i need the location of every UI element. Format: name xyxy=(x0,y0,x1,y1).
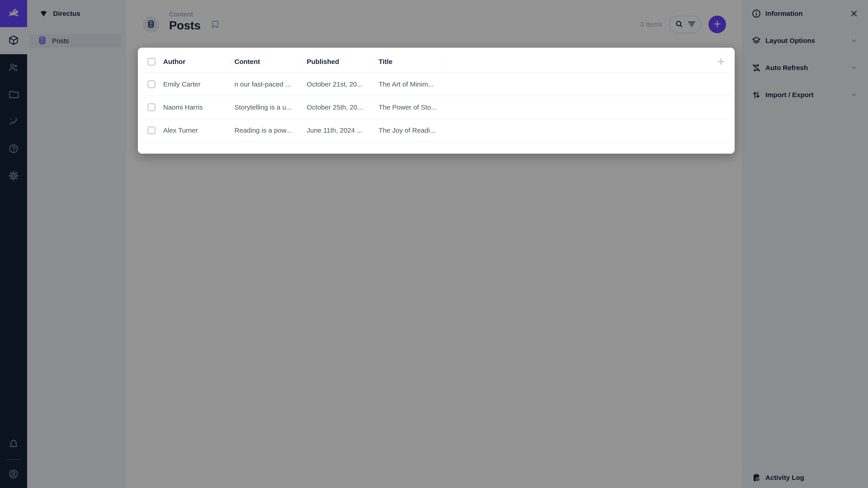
cell-title: The Power of Sto... xyxy=(374,103,446,111)
cell-title: The Art of Minim... xyxy=(374,80,446,88)
add-column-button[interactable] xyxy=(716,57,726,67)
cell-published: June 11th, 2024 ... xyxy=(302,127,374,134)
directus-app: Directus Posts xyxy=(0,0,868,488)
cell-content: n our fast-paced ... xyxy=(230,80,302,88)
table-header-row: Author Content Published Title xyxy=(138,51,735,72)
row-checkbox[interactable] xyxy=(148,127,155,134)
column-header-content[interactable]: Content xyxy=(230,58,302,66)
table-row[interactable]: Alex Turner Reading is a pow... June 11t… xyxy=(138,119,735,142)
cell-author: Naomi Harris xyxy=(159,103,230,111)
cell-title: The Joy of Readi... xyxy=(374,127,446,134)
cell-author: Emily Carter xyxy=(159,80,230,88)
select-all-checkbox[interactable] xyxy=(148,58,155,66)
table-row[interactable]: Emily Carter n our fast-paced ... Octobe… xyxy=(138,73,735,96)
cell-content: Storytelling is a u... xyxy=(230,103,302,111)
row-checkbox[interactable] xyxy=(148,103,155,111)
plus-icon xyxy=(716,64,726,67)
select-all-cell xyxy=(138,58,159,66)
column-header-published[interactable]: Published xyxy=(302,58,374,66)
cell-content: Reading is a pow... xyxy=(230,127,302,134)
table-row[interactable]: Naomi Harris Storytelling is a u... Octo… xyxy=(138,96,735,119)
column-header-author[interactable]: Author xyxy=(159,58,230,66)
cell-published: October 21st, 20... xyxy=(302,80,374,88)
cell-author: Alex Turner xyxy=(159,127,230,134)
row-checkbox[interactable] xyxy=(148,80,155,88)
column-header-title[interactable]: Title xyxy=(374,58,446,66)
cell-published: October 25th, 20... xyxy=(302,103,374,111)
items-table-card: Author Content Published Title Emily Car… xyxy=(138,48,735,154)
row-divider xyxy=(141,142,732,142)
